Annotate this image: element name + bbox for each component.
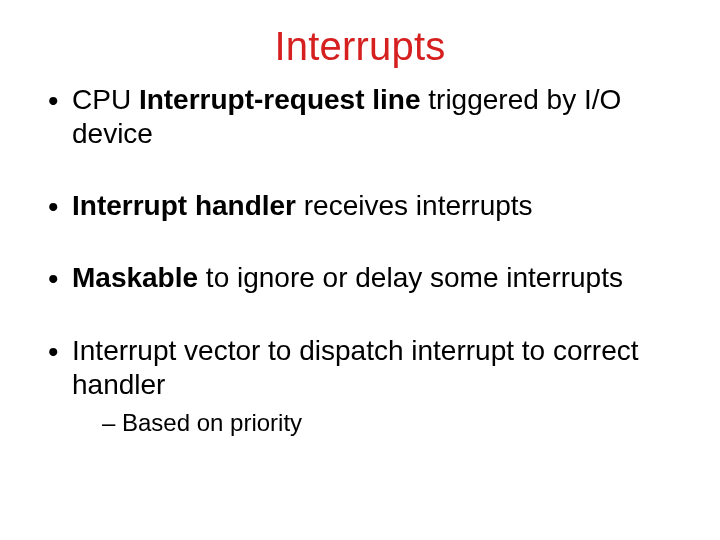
sub-bullet-list: Based on priority [72, 408, 676, 438]
bullet-bold: Interrupt-request line [139, 84, 421, 115]
bullet-list: CPU Interrupt-request line triggered by … [0, 83, 720, 438]
sub-bullet-text: Based on priority [122, 409, 302, 436]
slide-title: Interrupts [0, 0, 720, 83]
bullet-item: CPU Interrupt-request line triggered by … [44, 83, 676, 151]
bullet-item: Interrupt handler receives interrupts [44, 189, 676, 223]
bullet-bold: Interrupt handler [72, 190, 296, 221]
bullet-item: Maskable to ignore or delay some interru… [44, 261, 676, 295]
bullet-text: receives interrupts [296, 190, 533, 221]
bullet-bold: Maskable [72, 262, 198, 293]
bullet-text: Interrupt vector to dispatch interrupt t… [72, 335, 638, 400]
slide: Interrupts CPU Interrupt-request line tr… [0, 0, 720, 540]
bullet-text: to ignore or delay some interrupts [198, 262, 623, 293]
bullet-item: Interrupt vector to dispatch interrupt t… [44, 334, 676, 438]
bullet-text: CPU [72, 84, 139, 115]
sub-bullet-item: Based on priority [102, 408, 676, 438]
